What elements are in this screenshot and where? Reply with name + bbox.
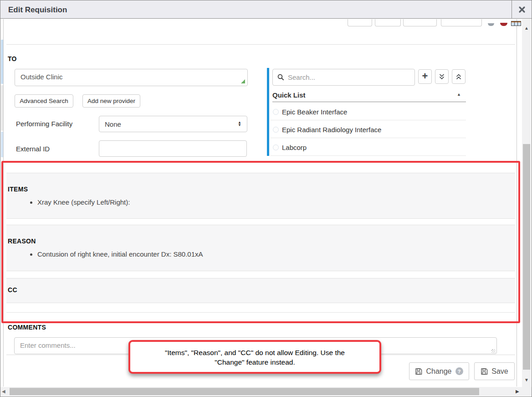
cc-section: CC xyxy=(6,278,515,303)
annotation-text-line2: "Change" feature instead. xyxy=(130,357,379,367)
divider xyxy=(270,155,466,156)
reason-entry: Contusion of right knee, initial encount… xyxy=(37,250,515,258)
clipped-calendar-icon xyxy=(511,21,521,26)
advanced-search-button[interactable]: Advanced Search xyxy=(15,94,73,108)
help-icon[interactable]: ? xyxy=(455,367,463,375)
content-left-border xyxy=(3,19,4,387)
divider xyxy=(270,138,466,138)
items-section: ITEMS Xray Knee (specify Left/Right): xyxy=(6,173,515,219)
comments-heading: COMMENTS xyxy=(8,324,46,331)
annotation-callout: "Items", "Reason", and "CC" do not allow… xyxy=(128,340,381,374)
external-id-input[interactable] xyxy=(99,140,247,157)
items-heading: ITEMS xyxy=(8,186,515,193)
recipient-textarea[interactable]: Outside Clinic xyxy=(15,69,248,86)
scroll-down-arrow-icon[interactable]: ▼ xyxy=(522,377,531,382)
radio-icon xyxy=(273,144,279,150)
close-icon xyxy=(518,6,526,13)
provider-search-input[interactable] xyxy=(284,73,414,81)
chevron-double-down-icon xyxy=(439,73,445,80)
quick-list-item[interactable]: Epic Radiant Radiology Interface xyxy=(270,121,466,139)
clipped-content-sliver xyxy=(1,40,3,84)
content-right-border xyxy=(517,19,517,387)
clipped-status-icon xyxy=(488,23,494,26)
edit-requisition-dialog: Edit Requisition TO Outside Clinic Advan… xyxy=(0,0,532,397)
scroll-right-arrow-icon[interactable]: ▶ xyxy=(516,389,519,394)
divider xyxy=(270,120,466,120)
performing-facility-select[interactable]: None ▲▼ xyxy=(99,116,247,132)
annotation-text-line1: "Items", "Reason", and "CC" do not allow… xyxy=(130,348,379,357)
cc-heading: CC xyxy=(8,286,515,294)
items-entry: Xray Knee (specify Left/Right): xyxy=(37,198,515,206)
scroll-up-arrow-icon[interactable]: ▲ xyxy=(522,26,531,31)
reason-heading: REASON xyxy=(8,237,515,245)
quick-list-item[interactable]: Epic Beaker Interface xyxy=(270,103,466,121)
divider xyxy=(6,44,515,45)
save-icon xyxy=(481,368,488,375)
plus-icon: + xyxy=(422,70,428,82)
clipped-content-sliver xyxy=(1,132,3,157)
select-arrows-icon: ▲▼ xyxy=(238,121,241,127)
add-new-provider-button[interactable]: Add new provider xyxy=(82,94,140,108)
horizontal-scrollbar-thumb[interactable] xyxy=(10,388,479,395)
clipped-toolbar-button[interactable] xyxy=(403,19,437,26)
search-icon xyxy=(277,74,284,81)
expand-all-button[interactable] xyxy=(435,69,449,84)
performing-facility-label: Performing Facility xyxy=(16,120,72,128)
save-button[interactable]: Save xyxy=(474,362,515,380)
clipped-toolbar-button[interactable] xyxy=(441,19,482,26)
quick-list-accent-bar xyxy=(267,68,269,156)
radio-icon xyxy=(273,109,279,115)
radio-icon xyxy=(273,127,279,133)
to-section-label: TO xyxy=(8,55,17,62)
textarea-resize-grip[interactable] xyxy=(491,349,496,353)
textarea-resize-grip[interactable] xyxy=(241,79,245,83)
scrollbar-corner xyxy=(522,387,532,396)
performing-facility-value: None xyxy=(105,120,121,128)
scroll-left-arrow-icon[interactable]: ◀ xyxy=(2,389,5,394)
vertical-scrollbar-thumb[interactable] xyxy=(523,144,530,370)
quick-list-title: Quick List xyxy=(272,91,306,99)
horizontal-scrollbar[interactable]: ◀ ▶ xyxy=(0,387,522,396)
add-provider-button[interactable]: + xyxy=(418,69,432,84)
divider xyxy=(272,102,466,102)
close-button[interactable] xyxy=(512,0,532,19)
collapse-arrow-icon[interactable]: ▲ xyxy=(457,92,461,97)
save-icon xyxy=(415,368,422,375)
provider-search-box xyxy=(272,69,415,86)
chevron-double-up-icon xyxy=(455,73,462,80)
clipped-toolbar-button[interactable] xyxy=(348,19,372,26)
vertical-scrollbar[interactable]: ▲ ▼ xyxy=(522,19,531,387)
dialog-title: Edit Requisition xyxy=(8,5,67,15)
collapse-all-button[interactable] xyxy=(452,69,466,84)
clipped-toolbar-button[interactable] xyxy=(375,19,401,26)
divider xyxy=(6,312,515,313)
change-button[interactable]: Change ? xyxy=(409,362,469,380)
reason-section: REASON Contusion of right knee, initial … xyxy=(6,225,515,271)
clipped-content-sliver xyxy=(1,85,3,131)
clipped-alert-icon xyxy=(500,23,507,26)
external-id-label: External ID xyxy=(16,145,50,153)
quick-list-item[interactable]: Labcorp xyxy=(270,139,466,156)
dialog-header: Edit Requisition xyxy=(0,0,532,19)
